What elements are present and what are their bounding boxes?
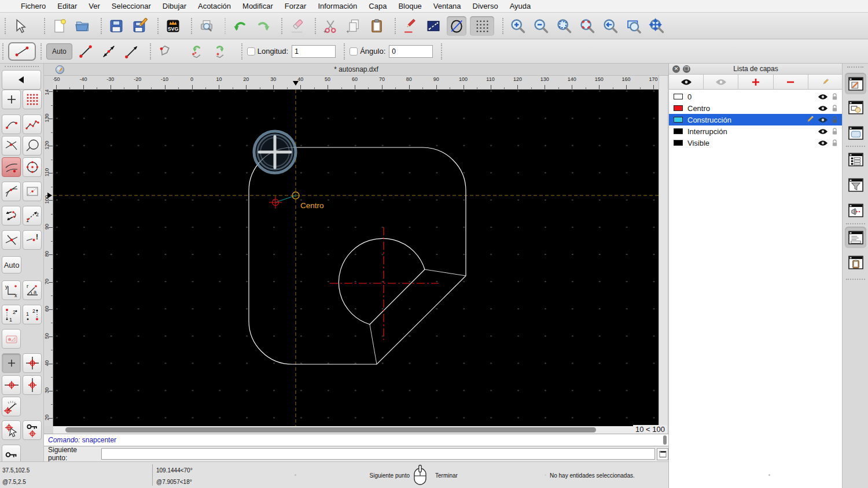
dock-library-button[interactable] [847,124,865,142]
snap-endpoint-button[interactable] [2,114,21,134]
select-pointer-button[interactable] [10,16,30,36]
dock-entity-list-button[interactable] [847,150,865,168]
line-auto-button[interactable]: Auto [46,43,72,60]
current-tool-button[interactable] [8,42,36,61]
zoom-auto-button[interactable] [554,16,574,36]
document-title-bar[interactable]: * autosnap.dxf [44,64,668,76]
menu-modificar[interactable]: Modificar [237,0,279,13]
dock-blocks-button[interactable] [847,98,865,116]
connector-line-bottom[interactable] [370,324,377,364]
canvas-vertical-scrollbar[interactable] [659,76,667,426]
zoom-in-button[interactable] [508,16,528,36]
length-checkbox[interactable] [247,47,255,56]
new-file-button[interactable] [50,16,69,36]
drawing-canvas[interactable]: Centro [53,90,659,426]
length-input[interactable] [292,45,336,58]
dock-filter-button[interactable] [847,176,865,194]
cut-button[interactable]: + [321,16,340,36]
connector-line-top[interactable] [425,269,466,276]
restrict-orthogonal-button[interactable] [2,206,21,225]
add-layer-button[interactable] [738,75,773,89]
layer-row-visible[interactable]: Visible [669,137,843,149]
paste-button[interactable] [367,16,387,36]
snap-back-button[interactable] [2,70,41,90]
snap-center-button[interactable] [23,157,42,177]
menu-ventana[interactable]: Ventana [428,0,467,13]
redo-segment-button[interactable] [210,42,230,61]
undo-segment-button[interactable] [187,42,207,61]
layer-visibility-icon[interactable] [818,128,828,135]
snap-angle-gauge-button[interactable] [2,397,21,416]
snap-on-entity-button[interactable] [23,114,42,134]
corner-order-a-button[interactable]: 12 [2,305,21,324]
grid-toggle-button[interactable] [470,16,494,36]
command-history[interactable]: Comando: snapcenter [44,434,668,446]
zoom-out-button[interactable] [531,16,551,36]
show-all-layers-button[interactable] [669,75,704,89]
save-button[interactable] [106,16,126,36]
draw-pen-button[interactable] [400,16,420,36]
command-input[interactable] [101,448,655,460]
snap-tangent-button[interactable] [2,182,21,201]
snap-exclusive-button[interactable]: ! [23,230,42,250]
zoom-window-button[interactable] [624,16,643,36]
draw-line-rect-button[interactable] [424,16,443,36]
redo-button[interactable] [253,16,273,36]
line-two-points-button[interactable] [76,42,95,61]
layer-lock-icon[interactable] [832,93,838,101]
remove-layer-button[interactable] [774,75,808,89]
layer-visibility-icon[interactable] [818,94,828,100]
corner-order-b-button[interactable]: 12 [23,305,42,324]
hide-all-layers-button[interactable] [704,75,738,89]
command-options-button[interactable] [657,448,668,460]
dock-clipboard-button[interactable] [847,253,865,271]
restrict-vertical-button[interactable] [23,375,42,395]
menu-capa[interactable]: Capa [363,0,392,13]
undo-button[interactable] [230,16,250,36]
layer-lock-icon[interactable] [832,104,838,112]
snap-grid-button[interactable] [23,90,42,109]
restrict-ortho-button[interactable] [23,353,42,373]
layer-visibility-icon[interactable] [818,117,828,123]
snap-middle-button-active[interactable] [2,157,21,177]
menu-forzar[interactable]: Forzar [279,0,312,13]
line-angle-both-button[interactable] [99,42,119,61]
command-scrollbar-thumb[interactable] [663,435,667,445]
coords-cartesian-button[interactable]: yx [2,280,21,300]
angle-input[interactable] [389,45,433,58]
layer-edit-pencil-icon[interactable] [805,115,814,124]
delete-button[interactable] [287,16,307,36]
scrollbar-thumb[interactable] [65,427,596,432]
dock-handle[interactable] [847,66,863,69]
menu-bloque[interactable]: Bloque [392,0,427,13]
snap-auto-button[interactable]: Auto [2,256,21,273]
snap-free-button[interactable] [2,90,21,109]
menu-acotacion[interactable]: Acotación [192,0,237,13]
open-file-button[interactable] [73,16,93,36]
layer-row-construccion[interactable]: Construcción [669,114,843,125]
print-preview-button[interactable] [197,16,216,36]
snap-ortho-area-button[interactable] [23,182,42,201]
line-angle-button[interactable] [122,42,142,61]
layer-lock-icon[interactable] [832,127,838,135]
menu-diverso[interactable]: Diverso [467,0,504,13]
dock-command-button[interactable] [845,227,866,248]
snap-crossing-button[interactable] [2,230,21,250]
outline-shape[interactable] [249,147,466,364]
layer-visibility-icon[interactable] [818,105,828,112]
menu-ayuda[interactable]: Ayuda [504,0,537,13]
save-as-button[interactable] [130,16,149,36]
restrict-nothing-active-button[interactable] [2,353,21,373]
dock-horn-button[interactable] [847,201,865,219]
toolbar-handle[interactable] [5,66,39,68]
zoom-selection-button[interactable] [578,16,597,36]
copy-button[interactable]: + [344,16,363,36]
panel-close-button[interactable]: ✕ [672,65,680,73]
notched-circle[interactable] [339,238,425,324]
layer-lock-icon[interactable] [832,116,838,124]
dock-layers-button[interactable] [845,73,866,94]
layer-row-centro[interactable]: Centro [669,102,843,114]
lock-relative-zero-button[interactable] [2,329,21,349]
zoom-previous-button[interactable] [601,16,620,36]
layer-row-interrupcion[interactable]: Interrupción [669,125,843,137]
